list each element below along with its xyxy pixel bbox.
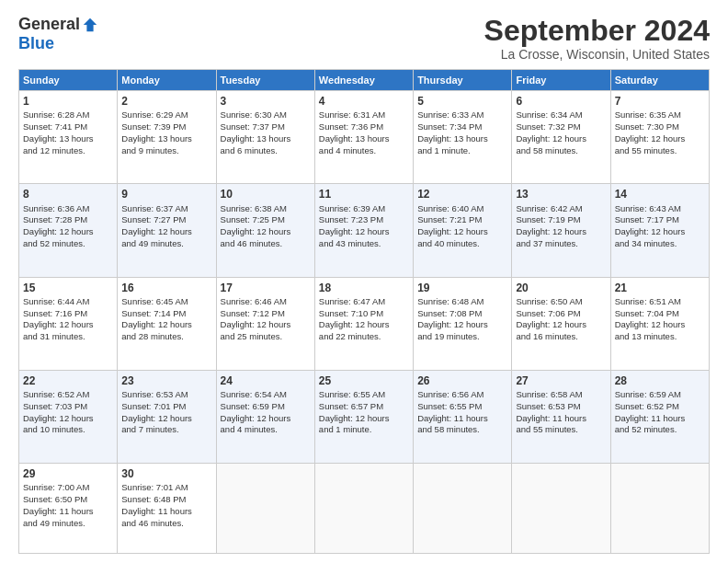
location: La Crosse, Wisconsin, United States [484,47,710,62]
table-row: 18Sunrise: 6:47 AMSunset: 7:10 PMDayligh… [314,277,413,370]
table-row: 2Sunrise: 6:29 AMSunset: 7:39 PMDaylight… [118,91,216,184]
col-thursday: Thursday [414,70,512,91]
table-row: 25Sunrise: 6:55 AMSunset: 6:57 PMDayligh… [314,370,413,463]
table-row: 10Sunrise: 6:38 AMSunset: 7:25 PMDayligh… [216,184,314,277]
table-row: 29Sunrise: 7:00 AMSunset: 6:50 PMDayligh… [19,464,118,554]
table-row: 23Sunrise: 6:53 AMSunset: 7:01 PMDayligh… [118,370,216,463]
calendar-header-row: Sunday Monday Tuesday Wednesday Thursday… [19,70,710,91]
table-row: 22Sunrise: 6:52 AMSunset: 7:03 PMDayligh… [19,370,118,463]
table-row: 11Sunrise: 6:39 AMSunset: 7:23 PMDayligh… [314,184,413,277]
logo: General Blue [18,15,98,53]
svg-marker-0 [84,17,97,30]
table-row: 28Sunrise: 6:59 AMSunset: 6:52 PMDayligh… [610,370,709,463]
table-row [610,464,709,554]
table-row [414,464,512,554]
table-row: 6Sunrise: 6:34 AMSunset: 7:32 PMDaylight… [512,91,610,184]
table-row: 15Sunrise: 6:44 AMSunset: 7:16 PMDayligh… [19,277,118,370]
col-saturday: Saturday [610,70,709,91]
table-row: 27Sunrise: 6:58 AMSunset: 6:53 PMDayligh… [512,370,610,463]
month-title: September 2024 [484,15,710,47]
col-sunday: Sunday [19,70,118,91]
table-row: 19Sunrise: 6:48 AMSunset: 7:08 PMDayligh… [414,277,512,370]
calendar-table: Sunday Monday Tuesday Wednesday Thursday… [18,69,710,554]
table-row: 16Sunrise: 6:45 AMSunset: 7:14 PMDayligh… [118,277,216,370]
table-row: 24Sunrise: 6:54 AMSunset: 6:59 PMDayligh… [216,370,314,463]
table-row: 7Sunrise: 6:35 AMSunset: 7:30 PMDaylight… [610,91,709,184]
table-row [314,464,413,554]
header: General Blue September 2024 La Crosse, W… [18,15,710,62]
table-row: 1Sunrise: 6:28 AMSunset: 7:41 PMDaylight… [19,91,118,184]
table-row: 17Sunrise: 6:46 AMSunset: 7:12 PMDayligh… [216,277,314,370]
table-row: 8Sunrise: 6:36 AMSunset: 7:28 PMDaylight… [19,184,118,277]
table-row: 4Sunrise: 6:31 AMSunset: 7:36 PMDaylight… [314,91,413,184]
logo-blue-text: Blue [18,34,54,52]
col-wednesday: Wednesday [314,70,413,91]
table-row: 12Sunrise: 6:40 AMSunset: 7:21 PMDayligh… [414,184,512,277]
table-row: 26Sunrise: 6:56 AMSunset: 6:55 PMDayligh… [414,370,512,463]
table-row: 20Sunrise: 6:50 AMSunset: 7:06 PMDayligh… [512,277,610,370]
table-row: 21Sunrise: 6:51 AMSunset: 7:04 PMDayligh… [610,277,709,370]
col-monday: Monday [118,70,216,91]
table-row: 14Sunrise: 6:43 AMSunset: 7:17 PMDayligh… [610,184,709,277]
logo-general-text: General [18,15,80,34]
table-row: 9Sunrise: 6:37 AMSunset: 7:27 PMDaylight… [118,184,216,277]
table-row [512,464,610,554]
table-row: 13Sunrise: 6:42 AMSunset: 7:19 PMDayligh… [512,184,610,277]
col-tuesday: Tuesday [216,70,314,91]
page: General Blue September 2024 La Crosse, W… [0,0,728,563]
table-row: 30Sunrise: 7:01 AMSunset: 6:48 PMDayligh… [118,464,216,554]
table-row: 5Sunrise: 6:33 AMSunset: 7:34 PMDaylight… [414,91,512,184]
title-section: September 2024 La Crosse, Wisconsin, Uni… [484,15,710,62]
logo-icon [82,17,98,33]
table-row [216,464,314,554]
col-friday: Friday [512,70,610,91]
table-row: 3Sunrise: 6:30 AMSunset: 7:37 PMDaylight… [216,91,314,184]
